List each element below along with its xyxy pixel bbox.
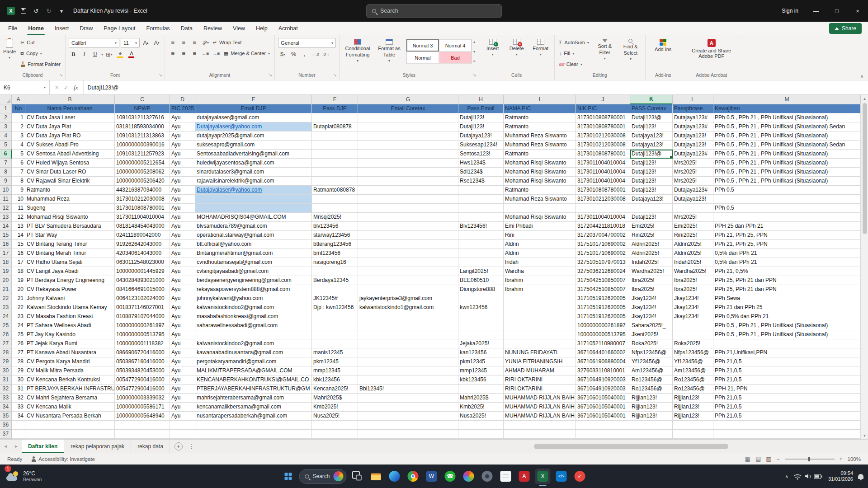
cell-A15[interactable]: 14 — [12, 231, 25, 240]
cell-G8[interactable] — [358, 168, 458, 177]
cell-G23[interactable]: kalwanistockindo1@gmail.com — [358, 303, 458, 312]
row-header-9[interactable]: 9 — [0, 177, 12, 186]
cell-H23[interactable]: kwn123456 — [458, 303, 504, 312]
cell-M23[interactable]: PPh 21 dan PPh 25 — [713, 303, 861, 312]
cell-H3[interactable]: Dutajl123! — [458, 122, 504, 131]
cell-B27[interactable]: PT Jejak Karya Bumi — [25, 339, 115, 348]
cell-C28[interactable]: 0866906720416000 — [115, 348, 170, 357]
cell-H30[interactable]: mmp12345 — [458, 366, 504, 375]
cell-B37[interactable] — [25, 430, 115, 439]
cell-J12[interactable] — [576, 204, 630, 213]
underline-button[interactable]: U — [90, 50, 100, 59]
cell-H14[interactable]: Blv123456! — [458, 222, 504, 231]
cell-J11[interactable]: 3173010212030008 — [576, 195, 630, 204]
style-normal-3[interactable]: Normal 3 — [406, 39, 439, 52]
cell-F18[interactable]: nasigoreng16 — [312, 258, 358, 267]
cell-I30[interactable]: AHMAD MUHARAM — [504, 366, 576, 375]
cell-G24[interactable] — [358, 312, 458, 321]
cell-F16[interactable]: btterang123456 — [312, 240, 358, 249]
cell-A2[interactable]: 1 — [12, 113, 25, 122]
cell-I17[interactable]: Aldrin — [504, 249, 576, 258]
cell-I14[interactable]: Emi Pribadi — [504, 222, 576, 231]
collapse-ribbon-icon[interactable]: ∧ — [860, 74, 863, 79]
security-icon[interactable]: ✓ — [572, 469, 588, 484]
column-header-I[interactable]: I — [504, 95, 576, 104]
cell-G19[interactable] — [358, 267, 458, 276]
cell-C12[interactable]: 3173010808780001 — [115, 204, 170, 213]
cell-G14[interactable] — [358, 222, 458, 231]
cell-I37[interactable] — [504, 430, 576, 439]
row-header-23[interactable]: 23 — [0, 303, 12, 312]
cell-F7[interactable] — [312, 159, 358, 168]
cell-J35[interactable]: 3671060105040001 — [576, 412, 630, 421]
cell-I1[interactable]: NAMA PIC — [504, 104, 576, 113]
cell-C1[interactable]: NPWP — [115, 104, 170, 113]
cell-M25[interactable]: PPh 0.5 , PPh 21 , PPh Unifikasi (Situas… — [713, 321, 861, 330]
cell-B16[interactable]: CV Bintang Terang Timur — [25, 240, 115, 249]
cell-A9[interactable]: 8 — [12, 177, 25, 186]
cell-L7[interactable]: Mrs2025! — [673, 159, 713, 168]
cell-E36[interactable] — [195, 421, 312, 430]
cell-I36[interactable] — [504, 421, 576, 430]
cell-D21[interactable]: Ayu — [170, 285, 195, 294]
cell-B9[interactable]: CV Rajawali Sinar Elektrik — [25, 177, 115, 186]
decrease-indent-icon[interactable]: ←≡ — [201, 49, 210, 58]
cell-L37[interactable] — [673, 430, 713, 439]
cell-I7[interactable]: Mohamad Risqi Siswanto — [504, 159, 576, 168]
sheet-tab-daftar-klien[interactable]: Daftar klien — [22, 440, 64, 453]
cell-F25[interactable] — [312, 321, 358, 330]
row-header-24[interactable]: 24 — [0, 312, 12, 321]
cell-E4[interactable]: dutajayapr2025@gmail.com — [195, 131, 312, 141]
cell-G28[interactable] — [358, 348, 458, 357]
name-box[interactable]: K6 ▾ — [0, 80, 50, 94]
cell-B34[interactable]: CV Kencana Malik — [25, 403, 115, 412]
cell-D31[interactable]: Ayu — [170, 375, 195, 385]
cell-C25[interactable]: 1000000000261897 — [115, 321, 170, 330]
cell-G2[interactable] — [358, 113, 458, 122]
cell-A16[interactable]: 15 — [12, 240, 25, 249]
cell-F15[interactable]: starway123456 — [312, 231, 358, 240]
row-header-35[interactable]: 35 — [0, 412, 12, 421]
cell-B2[interactable]: CV Duta Jasa Laser — [25, 113, 115, 122]
cell-G4[interactable] — [358, 131, 458, 141]
cell-G29[interactable] — [358, 357, 458, 366]
cell-M26[interactable]: PPh 0.5 , PPh 21 , PPh Unifikasi (Situas… — [713, 330, 861, 339]
code-icon[interactable]: </> — [554, 469, 569, 484]
cell-F28[interactable]: manis12345 — [312, 348, 358, 357]
insert-cells-button[interactable]: + Insert▾ — [482, 37, 503, 57]
cell-F17[interactable]: bmt123456 — [312, 249, 358, 258]
cell-C21[interactable]: 0841664691015000 — [115, 285, 170, 294]
cell-F29[interactable]: pkm12345 — [312, 357, 358, 366]
cell-J34[interactable]: 3671060105040001 — [576, 403, 630, 412]
clear-button[interactable]: Clear▾ — [558, 60, 590, 69]
cell-K8[interactable]: Dutajl123! — [630, 168, 673, 177]
cell-H18[interactable] — [458, 258, 504, 267]
cell-F35[interactable]: Nusa2025! — [312, 412, 358, 421]
cell-D37[interactable] — [170, 430, 195, 439]
cell-E33[interactable]: mahrisejahterabersama@gmail.com — [195, 394, 312, 403]
cell-C5[interactable]: 1000000000390016 — [115, 141, 170, 150]
cell-K23[interactable]: Jkay1234! — [630, 303, 673, 312]
cell-A3[interactable]: 2 — [12, 122, 25, 131]
cell-B6[interactable]: CV Sentosa Abadi Advertising — [25, 150, 115, 159]
style-normal[interactable]: Normal — [406, 52, 439, 64]
settings-icon[interactable] — [480, 469, 495, 484]
cell-M31[interactable]: PPh 21,0,5 — [713, 375, 861, 385]
column-header-C[interactable]: C — [115, 95, 170, 104]
accounting-format-button[interactable]: $▾ — [278, 50, 288, 59]
cell-J37[interactable] — [576, 430, 630, 439]
maximize-button[interactable]: □ — [826, 0, 847, 22]
cell-K11[interactable]: Dutajaya123! — [630, 195, 673, 204]
cell-L15[interactable]: Rini2025! — [673, 231, 713, 240]
row-header-37[interactable]: 37 — [0, 430, 12, 439]
cell-D30[interactable]: Ayu — [170, 366, 195, 375]
row-header-26[interactable]: 26 — [0, 330, 12, 339]
formula-input[interactable]: Dutajl123!@ — [84, 80, 868, 94]
cell-K26[interactable]: Jkent2025! — [630, 330, 673, 339]
file-explorer-icon[interactable] — [368, 469, 384, 484]
column-header-H[interactable]: H — [458, 95, 504, 104]
cell-D35[interactable]: Ayu — [170, 412, 195, 421]
column-header-L[interactable]: L — [673, 95, 713, 104]
zoom-slider[interactable] — [785, 459, 835, 460]
row-header-34[interactable]: 34 — [0, 403, 12, 412]
